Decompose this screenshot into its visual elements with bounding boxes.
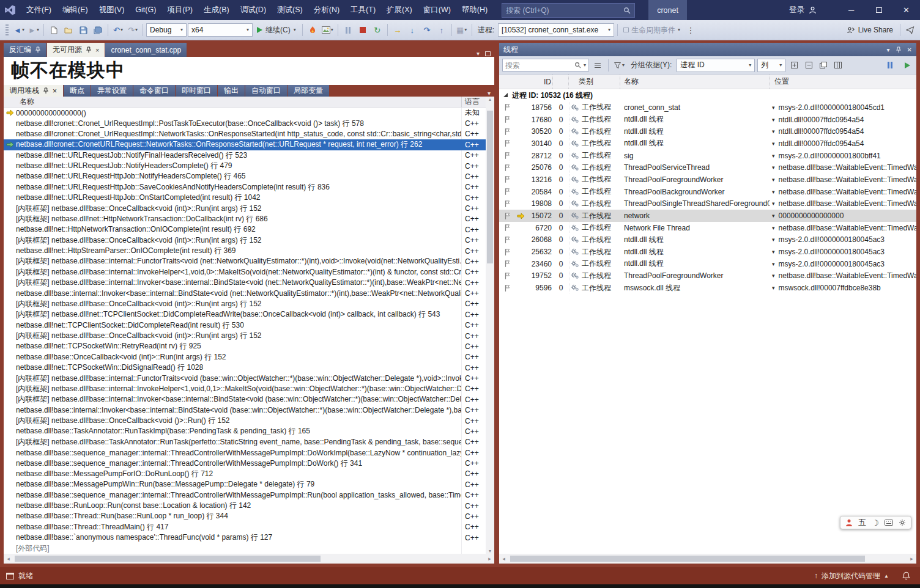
navigate-back-button[interactable]: ◄▾ (12, 23, 26, 37)
search-options-icon[interactable]: ▾ (584, 63, 586, 68)
thread-row[interactable]: 287120工作线程sig▾msys-2.0.dll!00000001800bf… (499, 150, 916, 162)
continue-button[interactable]: 继续(C)▾ (254, 23, 299, 37)
feedback-button[interactable] (903, 23, 917, 37)
filter-button[interactable]: ▾ (613, 59, 626, 72)
callstack-column-language[interactable]: 语言 (461, 97, 486, 107)
callstack-row[interactable]: netbase.dll!net::URLRequestHttpJob::OnSt… (4, 193, 486, 203)
callstack-row[interactable]: netbase.dll!base::`anonymous namespace':… (4, 532, 486, 543)
thread-row[interactable]: 301400工作线程ntdll.dll 线程▾ntdll.dll!00007ff… (499, 138, 916, 150)
menu-window[interactable]: 窗口(W) (418, 0, 456, 20)
scrollbar-thumb[interactable] (510, 556, 865, 562)
thread-row[interactable]: 205840工作线程ThreadPoolBackgroundWorker▾net… (499, 186, 916, 198)
callstack-row[interactable]: netbase.dll!base::sequence_manager::inte… (4, 490, 486, 501)
callstack-row[interactable]: [内联框架] netbase.dll!base::OnceCallback<vo… (4, 299, 486, 309)
threads-column-category[interactable]: 类别 (569, 75, 620, 89)
restart-button[interactable]: ↻ (371, 23, 384, 37)
location-expander-icon[interactable]: ▾ (772, 141, 775, 147)
menu-edit[interactable]: 编辑(E) (57, 0, 94, 20)
threads-title-bar[interactable]: 线程 ▾ ✕ (499, 43, 916, 56)
group-windows-button[interactable] (817, 59, 829, 72)
live-share-button[interactable]: Live Share (843, 26, 897, 34)
thread-row[interactable]: 305200工作线程ntdll.dll 线程▾ntdll.dll!00007ff… (499, 125, 916, 138)
tab-list-dropdown-icon[interactable]: ▾ (477, 50, 480, 57)
menu-view[interactable]: 视图(V) (94, 0, 130, 20)
thread-row[interactable]: 95960工作线程mswsock.dll 线程▾mswsock.dll!0000… (499, 282, 916, 294)
scroll-right-icon[interactable]: ▸ (485, 556, 494, 562)
callstack-row[interactable]: [内联框架] netbase.dll!net::HttpNetworkTrans… (4, 214, 486, 224)
location-expander-icon[interactable]: ▾ (772, 105, 775, 111)
menu-tools[interactable]: 工具(T) (345, 0, 381, 20)
quick-search-input[interactable] (506, 6, 623, 15)
ime-fullwidth-icon[interactable]: ☽ (872, 518, 879, 527)
columns-settings-button[interactable] (832, 59, 844, 72)
callstack-row[interactable]: netbase.dll!net::TCPClientSocket::DidCom… (4, 320, 486, 331)
callstack-row[interactable]: netbase.dll!base::TaskAnnotator::RunTask… (4, 426, 486, 436)
callstack-row[interactable]: netbase.dll!net::HttpNetworkTransaction:… (4, 224, 486, 235)
callstack-row[interactable]: netbase.dll!base::OnceCallback<void (int… (4, 352, 486, 362)
callstack-row[interactable]: netbase.dll!base::Thread::Run(base::RunL… (4, 511, 486, 521)
threads-search-input[interactable] (505, 61, 572, 70)
callstack-row[interactable]: [内联框架] netbase.dll!base::TaskAnnotator::… (4, 437, 486, 447)
menu-help[interactable]: 帮助(H) (456, 0, 493, 20)
location-expander-icon[interactable]: ▾ (772, 128, 775, 134)
callstack-row[interactable]: netbase.dll!net::URLRequestJob::NotifyFi… (4, 150, 486, 161)
pin-icon[interactable] (896, 46, 902, 53)
hot-reload-button[interactable] (306, 23, 319, 37)
thread-row[interactable]: 197520工作线程ThreadPoolForegroundWorker▾net… (499, 270, 916, 282)
float-window-icon[interactable] (485, 51, 491, 56)
maximize-button[interactable] (865, 0, 892, 20)
thread-row[interactable]: 198080工作线程ThreadPoolSingleThreadSharedFo… (499, 198, 916, 210)
thaw-thread-button[interactable] (901, 59, 913, 72)
callstack-row[interactable]: netbase.dll!base::sequence_manager::inte… (4, 458, 486, 468)
callstack-row[interactable]: [内联框架] netbase.dll!base::internal::Invok… (4, 277, 486, 288)
callstack-row[interactable]: [内联框架] netbase.dll!base::OnceCallback<vo… (4, 331, 486, 341)
thread-row[interactable]: 256320工作线程ntdll.dll 线程▾msys-2.0.dll!0000… (499, 246, 916, 258)
callstack-row[interactable]: netbase.dll!net::HttpStreamParser::OnIOC… (4, 246, 486, 256)
location-expander-icon[interactable]: ▾ (772, 237, 775, 243)
columns-combo[interactable]: 列▾ (757, 59, 785, 72)
diagnostic-tools-button[interactable]: ▦▾ (455, 23, 469, 37)
step-over-button[interactable]: ↷ (420, 23, 434, 37)
flat-list-button[interactable] (592, 59, 604, 72)
callstack-row[interactable]: [内联框架] netbase.dll!base::internal::Funct… (4, 373, 486, 383)
close-panel-icon[interactable]: ✕ (907, 46, 912, 53)
group-expander-icon[interactable] (503, 93, 508, 97)
location-expander-icon[interactable]: ▾ (772, 249, 775, 255)
groupby-combo[interactable]: 进程 ID▾ (677, 59, 755, 72)
lifecycle-events-button[interactable]: 生命周期事件▾ (621, 25, 683, 35)
scroll-left-icon[interactable]: ◂ (499, 556, 508, 562)
location-expander-icon[interactable]: ▾ (772, 153, 775, 159)
callstack-row[interactable]: [外部代码] (4, 543, 486, 553)
stop-debugging-button[interactable] (356, 23, 369, 37)
threads-search-box[interactable]: ▾ (502, 59, 589, 72)
close-tab-icon[interactable]: × (95, 46, 99, 54)
thread-row[interactable]: 250760工作线程ThreadPoolServiceThread▾netbas… (499, 161, 916, 174)
sign-in-button[interactable]: 登录 (789, 5, 817, 15)
callstack-row[interactable]: netbase.dll!net::URLRequestHttpJob::Noti… (4, 171, 486, 182)
save-button[interactable] (76, 23, 90, 37)
ime-toolbar[interactable]: 五 ☽ (840, 516, 911, 529)
menu-test[interactable]: 测试(S) (272, 0, 308, 20)
toolbar-grip[interactable] (6, 24, 9, 35)
callstack-row[interactable]: [内联框架] netbase.dll!base::internal::Invok… (4, 394, 486, 405)
redo-button[interactable]: ↷▾ (126, 23, 139, 37)
output-window-icon[interactable] (6, 573, 14, 579)
threads-column-name[interactable]: 名称 (620, 75, 770, 89)
thread-row[interactable]: 234600工作线程ntdll.dll 线程▾msys-2.0.dll!0000… (499, 258, 916, 270)
panel-tab-breakpoints[interactable]: 断点 (64, 85, 91, 97)
menu-file[interactable]: 文件(F) (21, 0, 57, 20)
callstack-row[interactable]: [内联框架] netbase.dll!base::internal::Invok… (4, 384, 486, 394)
callstack-row[interactable]: netbase.dll!base::MessagePumpWin::Run(ba… (4, 479, 486, 490)
callstack-row[interactable]: netbase.dll!base::Thread::ThreadMain() 行… (4, 522, 486, 532)
save-all-button[interactable] (91, 23, 105, 37)
screenshot-button[interactable]: ▾ (321, 23, 335, 37)
solution-platform-combo[interactable]: x64▾ (188, 23, 253, 37)
callstack-vertical-scrollbar[interactable]: ▴ ▾ (486, 97, 494, 554)
callstack-row[interactable]: netbase.dll!cronet::Cronet_UrlRequestImp… (4, 118, 486, 128)
location-expander-icon[interactable]: ▾ (772, 213, 775, 219)
callstack-row[interactable]: netbase.dll!base::MessagePumpForIO::DoRu… (4, 469, 486, 479)
undo-button[interactable]: ↶▾ (111, 23, 125, 37)
expand-groups-button[interactable] (788, 59, 800, 72)
freeze-thread-button[interactable] (884, 59, 896, 72)
thread-row[interactable]: 132160工作线程ThreadPoolForegroundWorker▾net… (499, 174, 916, 186)
